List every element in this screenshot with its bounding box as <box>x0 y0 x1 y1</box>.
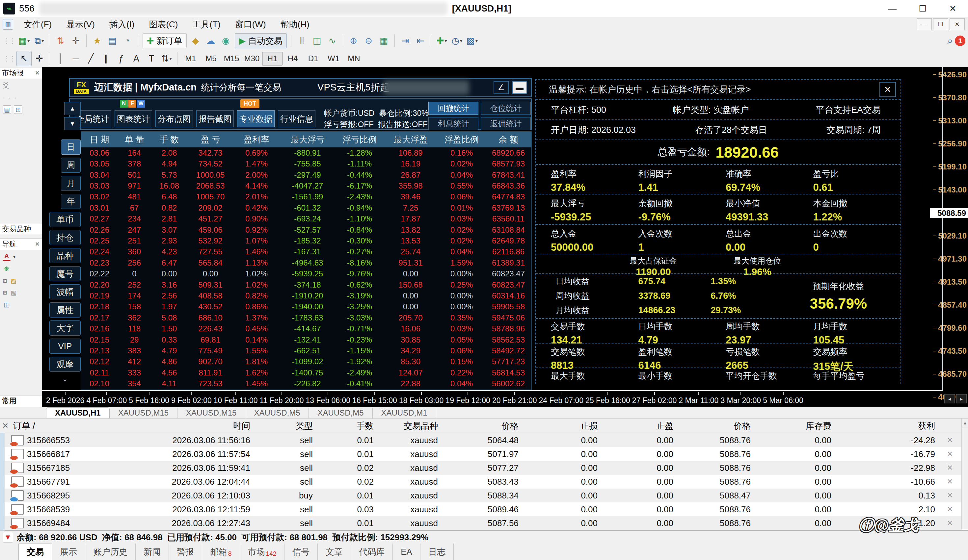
timeframe-M1[interactable]: M1 <box>181 52 201 66</box>
stats-btn-仓位统计[interactable]: 仓位统计 <box>481 102 531 115</box>
timeframe-MN[interactable]: MN <box>344 52 364 66</box>
navigator-indicators-node[interactable]: ❋ <box>0 263 42 275</box>
chart-objects-button[interactable]: ▩▾ <box>464 33 480 48</box>
order-row[interactable]: 3156677912026.03.06 12:04:44sell0.02xauu… <box>0 475 961 489</box>
menu-窗口(W)[interactable]: 窗口(W) <box>228 17 273 31</box>
chart-tab-XAUUSD,M5[interactable]: XAUUSD,M5 <box>245 408 309 418</box>
stats-minimize-button[interactable]: ▬ <box>512 81 527 94</box>
order-row[interactable]: 3156665532026.03.06 11:56:16sell0.01xauu… <box>0 433 961 447</box>
grid-icon[interactable]: ⊞ <box>14 105 22 114</box>
timeframe-M15[interactable]: M15 <box>221 52 242 66</box>
stats-nav-行业信息[interactable]: 行业信息 <box>278 110 315 127</box>
bottom-tab-账户历史[interactable]: 账户历史 <box>85 543 136 560</box>
timeframe-H4[interactable]: H4 <box>282 52 303 66</box>
scroll-up-button[interactable]: ▲ <box>64 102 81 115</box>
candlestick-chart-button[interactable]: ◫ <box>310 33 325 48</box>
stats-btn-利息统计[interactable]: 利息统计 <box>428 117 478 130</box>
mdi-restore-button[interactable]: ❐ <box>933 18 948 30</box>
bottom-tab-展示[interactable]: 展示 <box>52 543 85 560</box>
menu-图表(C)[interactable]: 图表(C) <box>142 17 185 31</box>
stats-side-tab-波幅[interactable]: 波幅 <box>50 284 81 299</box>
autotrading-button[interactable]: ▶自动交易 <box>235 33 287 48</box>
rail-more-icon[interactable]: ⌄ <box>50 375 81 383</box>
arrow-objects-button[interactable]: ⇅▾ <box>159 51 174 66</box>
stats-side-tab-魔号[interactable]: 魔号 <box>50 266 81 281</box>
expand-icon[interactable]: ⊞ <box>3 289 7 296</box>
stats-side-tab-VIP[interactable]: VIP <box>50 339 81 354</box>
mdi-close-button[interactable]: ✕ <box>950 18 965 30</box>
market-watch-tab[interactable]: 市场报 ✕ <box>0 67 42 79</box>
menu-插入(I)[interactable]: 插入(I) <box>102 17 142 31</box>
tile-windows-button[interactable]: ▦ <box>376 33 391 48</box>
trendline-button[interactable]: ╱ <box>83 51 98 66</box>
stats-promo[interactable]: VPS云主机5折起 <box>317 81 390 94</box>
timeframe-M5[interactable]: M5 <box>201 52 221 66</box>
navigator-market-node[interactable]: ◫ <box>0 299 42 310</box>
auto-scroll-button[interactable]: ⇅ <box>53 33 68 48</box>
timeframe-W1[interactable]: W1 <box>323 52 344 66</box>
add-indicator-button[interactable]: ✚▾ <box>434 33 449 48</box>
order-row[interactable]: 3156671852026.03.06 11:59:41sell0.02xauu… <box>0 461 961 475</box>
search-icon[interactable]: ⌕ <box>947 35 953 47</box>
chart-tab-XAUUSD,M15[interactable]: XAUUSD,M15 <box>177 408 245 418</box>
publish-button[interactable]: ◉ <box>218 33 234 48</box>
list-icon[interactable]: ▤ <box>3 105 11 114</box>
window-close-button[interactable]: ✕ <box>938 0 968 17</box>
stats-side-tab-月[interactable]: 月 <box>61 176 81 191</box>
bottom-tab-文章[interactable]: 文章 <box>318 543 351 560</box>
data-window-button[interactable]: ▤ <box>105 33 120 48</box>
stats-nav-图表统计[interactable]: 图表统计 <box>114 110 152 127</box>
new-chart-button[interactable]: ▦▾ <box>17 33 31 48</box>
stats-nav-专业数据[interactable]: 专业数据 <box>237 110 275 127</box>
order-row[interactable]: 3156694842026.03.06 12:27:43sell0.01xauu… <box>0 516 961 530</box>
chart-tab-XAUUSD,M1[interactable]: XAUUSD,M1 <box>373 408 436 418</box>
shift-end-button[interactable]: ⇤ <box>413 33 428 48</box>
terminal-close-icon[interactable]: ✕ <box>2 421 8 430</box>
navigator-tab[interactable]: 导航 ✕ <box>0 238 42 250</box>
periods-button[interactable]: ◷▾ <box>449 33 464 48</box>
timeframe-M30[interactable]: M30 <box>242 52 262 66</box>
bottom-tab-信号[interactable]: 信号 <box>285 543 318 560</box>
stats-side-tab-大字[interactable]: 大字 <box>50 320 81 335</box>
stats-side-tab-日[interactable]: 日 <box>61 139 81 155</box>
bottom-tab-市场[interactable]: 市场142 <box>240 543 285 560</box>
navigator-ea-node[interactable]: ⊞ ▨ <box>0 275 42 287</box>
timeframe-H1[interactable]: H1 <box>262 52 282 66</box>
stats-side-tab-品种[interactable]: 品种 <box>50 248 81 263</box>
symbols-tab[interactable]: 交易品种 <box>0 223 42 235</box>
text-button[interactable]: A <box>129 51 144 66</box>
strategy-tester-button[interactable]: ◔ <box>120 33 135 48</box>
close-order-icon[interactable]: ✕ <box>938 505 961 514</box>
close-order-icon[interactable]: ✕ <box>938 519 961 527</box>
scroll-down-button[interactable]: ▼ <box>64 117 81 130</box>
bottom-tab-代码库[interactable]: 代码库 <box>351 543 393 560</box>
navigator-scripts-node[interactable]: ⊞ ▧ <box>0 287 42 299</box>
panel-close-button[interactable]: ✕ <box>879 82 896 97</box>
cursor-button[interactable]: ↖ <box>17 51 31 66</box>
timeframe-D1[interactable]: D1 <box>303 52 323 66</box>
templates-button[interactable]: ★ <box>90 33 105 48</box>
expand-icon[interactable]: ⊞ <box>3 278 7 284</box>
chart-shift-button[interactable]: ✛ <box>68 33 83 48</box>
window-minimize-button[interactable]: — <box>877 0 907 17</box>
fibonacci-button[interactable]: ƒ <box>114 51 129 66</box>
notification-badge[interactable]: 1 <box>955 36 965 46</box>
line-chart-button[interactable]: ∿ <box>325 33 340 48</box>
bottom-tab-日志[interactable]: 日志 <box>421 543 454 560</box>
stats-resize-button[interactable]: ∠ <box>494 81 509 94</box>
scroll-up-icon[interactable]: ▲ <box>962 418 968 428</box>
close-order-icon[interactable]: ✕ <box>938 450 961 458</box>
stats-side-tab-单币[interactable]: 单币 <box>50 212 81 227</box>
scroll-left-icon[interactable]: ◂ <box>944 394 955 403</box>
window-maximize-button[interactable]: ☐ <box>907 0 938 17</box>
chart-tab-XAUUSD,M5[interactable]: XAUUSD,M5 <box>309 408 372 418</box>
close-order-icon[interactable]: ✕ <box>938 436 961 444</box>
chart-profiles-button[interactable]: ⧉▾ <box>31 33 47 48</box>
stats-side-tab-持仓[interactable]: 持仓 <box>50 230 81 245</box>
chart-tab-XAUUSD,H1[interactable]: XAUUSD,H1 <box>46 407 109 418</box>
upload-chart-button[interactable]: ☁ <box>203 33 218 48</box>
stats-btn-返佣统计[interactable]: 返佣统计 <box>481 117 531 130</box>
scroll-to-end-button[interactable]: ⇥ <box>398 33 413 48</box>
close-icon[interactable]: ✕ <box>33 241 40 248</box>
bottom-tab-交易[interactable]: 交易 <box>18 543 52 560</box>
